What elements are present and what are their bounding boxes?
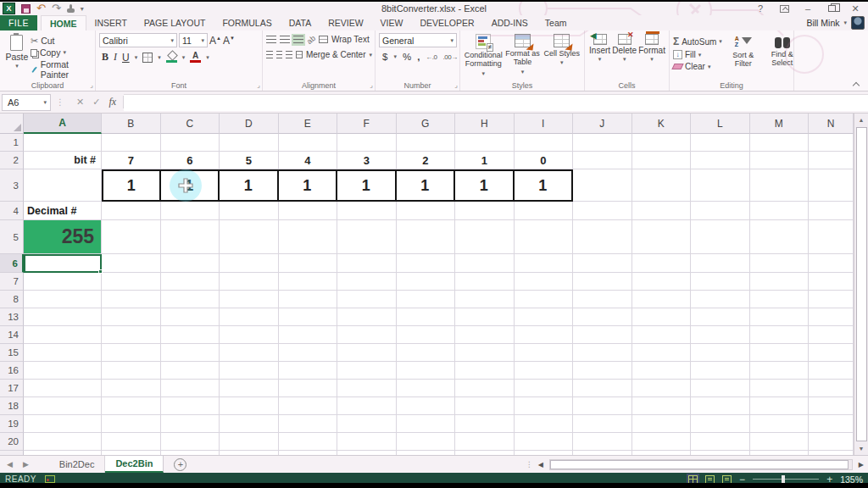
- cell-J20[interactable]: [573, 433, 632, 451]
- cell-F4[interactable]: [337, 202, 397, 220]
- cell-N1[interactable]: [809, 134, 854, 152]
- cell-H18[interactable]: [455, 397, 515, 415]
- wrap-text-icon[interactable]: [319, 36, 328, 43]
- cell-K2[interactable]: [632, 152, 692, 169]
- cell-I6[interactable]: [515, 254, 574, 273]
- cell-A3[interactable]: [24, 169, 102, 202]
- cell-H14[interactable]: [455, 326, 515, 344]
- column-header-F[interactable]: F: [337, 114, 397, 134]
- cell-I2[interactable]: 0: [515, 152, 574, 169]
- collapse-ribbon-icon[interactable]: [854, 80, 860, 86]
- cell-G13[interactable]: [397, 308, 456, 326]
- cell-M15[interactable]: [750, 344, 810, 362]
- cell-H3[interactable]: 1: [455, 169, 515, 202]
- sheet-tab-dec2bin[interactable]: Dec2Bin: [105, 456, 164, 473]
- cell-H4[interactable]: [455, 202, 515, 220]
- middle-align-icon[interactable]: [280, 36, 290, 44]
- cell-I18[interactable]: [515, 397, 574, 415]
- cell-F17[interactable]: [337, 380, 397, 397]
- cell-B20[interactable]: [102, 433, 161, 451]
- row-header-7[interactable]: 7: [0, 273, 24, 291]
- scroll-up-icon[interactable]: ▲: [854, 114, 868, 126]
- cell-A19[interactable]: [24, 415, 102, 433]
- ribbon-display-options-icon[interactable]: [778, 3, 790, 14]
- cell-F8[interactable]: [337, 291, 397, 308]
- excel-app-icon[interactable]: X: [3, 3, 15, 14]
- cell-K19[interactable]: [632, 415, 692, 433]
- cell-B19[interactable]: [102, 415, 161, 433]
- cell-I5[interactable]: [515, 220, 574, 254]
- new-sheet-button[interactable]: +: [174, 458, 186, 471]
- cell-K13[interactable]: [632, 308, 692, 326]
- cell-E8[interactable]: [279, 291, 338, 308]
- page-layout-view-icon[interactable]: [705, 475, 715, 484]
- normal-view-icon[interactable]: [688, 475, 698, 484]
- cell-D13[interactable]: [220, 308, 279, 326]
- cell-G8[interactable]: [397, 291, 456, 308]
- cell-N6[interactable]: [809, 254, 854, 273]
- cell-L1[interactable]: [691, 134, 750, 152]
- insert-function-icon[interactable]: fx: [108, 96, 116, 108]
- cell-N15[interactable]: [809, 344, 854, 362]
- zoom-slider-thumb[interactable]: [782, 475, 785, 483]
- cell-K8[interactable]: [632, 291, 692, 308]
- cell-A14[interactable]: [24, 326, 102, 344]
- cell-E15[interactable]: [279, 344, 338, 362]
- name-box[interactable]: A6 ▾: [2, 94, 51, 111]
- column-header-C[interactable]: C: [161, 114, 220, 134]
- cell-L6[interactable]: [691, 254, 750, 273]
- cell-G6[interactable]: [397, 254, 456, 273]
- cell-M13[interactable]: [750, 308, 810, 326]
- cell-C17[interactable]: [161, 380, 220, 397]
- cell-M4[interactable]: [750, 202, 810, 220]
- cell-G15[interactable]: [397, 344, 456, 362]
- cell-A18[interactable]: [24, 397, 102, 415]
- cell-H13[interactable]: [455, 308, 515, 326]
- cell-M6[interactable]: [750, 254, 810, 273]
- hscroll-left-icon[interactable]: ◀: [536, 461, 546, 469]
- cell-K14[interactable]: [632, 326, 692, 344]
- fill-color-icon[interactable]: [166, 52, 177, 63]
- column-header-J[interactable]: J: [573, 114, 632, 134]
- cell-J8[interactable]: [573, 291, 632, 308]
- row-header-19[interactable]: 19: [0, 415, 24, 433]
- column-header-G[interactable]: G: [397, 114, 456, 134]
- cell-E16[interactable]: [279, 362, 338, 380]
- cell-H19[interactable]: [455, 415, 515, 433]
- column-header-E[interactable]: E: [279, 114, 338, 134]
- cell-N16[interactable]: [809, 362, 854, 380]
- cell-J7[interactable]: [573, 273, 632, 291]
- cell-E5[interactable]: [279, 220, 338, 254]
- underline-button[interactable]: U: [122, 52, 130, 64]
- row-header-8[interactable]: 8: [0, 291, 24, 308]
- cell-J6[interactable]: [573, 254, 632, 273]
- cell-F20[interactable]: [337, 433, 397, 451]
- horizontal-scroll-thumb[interactable]: [550, 460, 849, 469]
- format-cells-button[interactable]: Format ▾: [638, 34, 665, 80]
- horizontal-scrollbar[interactable]: [549, 459, 853, 470]
- sheet-nav-right-icon[interactable]: ▶: [23, 460, 29, 469]
- cell-F18[interactable]: [337, 397, 397, 415]
- cell-B8[interactable]: [102, 291, 161, 308]
- cell-K6[interactable]: [632, 254, 692, 273]
- zoom-slider[interactable]: [753, 479, 819, 480]
- cell-I19[interactable]: [515, 415, 574, 433]
- cell-E19[interactable]: [279, 415, 338, 433]
- cell-J13[interactable]: [573, 308, 632, 326]
- ribbon-tab-developer[interactable]: DEVELOPER: [411, 15, 482, 30]
- macro-record-icon[interactable]: [45, 475, 55, 483]
- cell-E18[interactable]: [279, 397, 338, 415]
- zoom-out-icon[interactable]: −: [739, 475, 745, 484]
- cell-N14[interactable]: [809, 326, 854, 344]
- cell-A5[interactable]: 255: [24, 220, 102, 254]
- row-header-3[interactable]: 3: [0, 169, 24, 202]
- cell-F1[interactable]: [337, 134, 397, 152]
- clipboard-dialog-launcher-icon[interactable]: ⌟: [90, 81, 93, 89]
- conditional-formatting-button[interactable]: Conditional Formatting ▾: [464, 34, 503, 80]
- column-header-H[interactable]: H: [455, 114, 515, 134]
- row-header-20[interactable]: 20: [0, 433, 24, 451]
- cell-H2[interactable]: 1: [455, 152, 515, 169]
- cell-M8[interactable]: [750, 291, 810, 308]
- cell-I1[interactable]: [515, 134, 574, 152]
- cell-J4[interactable]: [573, 202, 632, 220]
